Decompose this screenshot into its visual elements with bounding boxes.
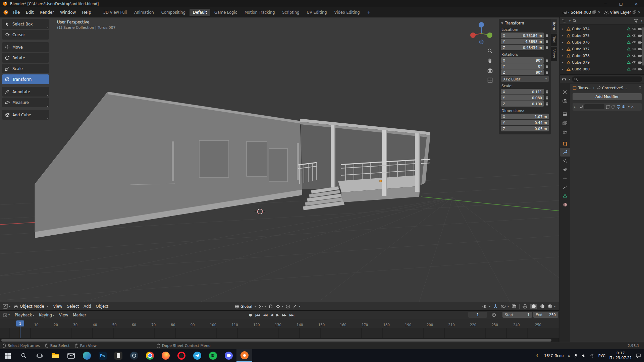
scale-x-field[interactable]: X0.111 [501,89,544,95]
outliner-scrollbar[interactable] [642,27,644,66]
tab-scene[interactable] [560,127,570,136]
disable-render-camera-icon[interactable] [638,34,642,37]
tab-material[interactable] [560,200,570,209]
timeline-menu-keying[interactable]: Keying▾ [37,313,57,317]
toggle-perspective-icon[interactable] [487,77,493,83]
lock-icon[interactable] [545,34,549,38]
record-button[interactable]: ● [248,313,253,317]
dimensions-z-field[interactable]: Z0.05 m [501,126,549,131]
tab-effects[interactable] [560,183,570,191]
workspace-tab-game-logic[interactable]: Game Logic [211,9,240,16]
lock-icon[interactable] [545,58,549,62]
location-z-field[interactable]: Z0.43434 m [501,45,544,50]
tool-add-cube[interactable]: Add Cube [2,110,49,120]
breadcrumb-object[interactable]: Torus... [578,86,591,90]
disable-render-camera-icon[interactable] [638,54,642,57]
chevron-down-icon[interactable]: ▾ [569,78,570,81]
shading-material-icon[interactable] [540,304,545,309]
browse-scene-icon[interactable]: ▾ [568,11,570,14]
play-button[interactable]: ▶ [275,313,280,317]
outliner-row-cube078[interactable]: ▸ Cube.078 [560,52,644,59]
snap-magnet-icon[interactable] [269,304,273,309]
properties-editor-icon[interactable] [562,77,566,81]
editor-type-chevron-icon[interactable]: ▾ [9,305,10,308]
lock-icon[interactable] [545,64,549,68]
tool-scale[interactable]: Scale [2,64,49,73]
dopesheet-track-area[interactable] [0,328,559,338]
app-telegram[interactable] [189,349,205,362]
viewport-menu-select[interactable]: Select [65,304,81,309]
hide-eye-icon[interactable] [632,47,637,51]
app-epic-games[interactable] [110,349,126,362]
lock-icon[interactable] [545,40,549,44]
taskbar-search-button[interactable] [16,349,32,362]
location-x-field[interactable]: X-0.73184 m [501,33,544,38]
menu-render[interactable]: Render [37,10,57,15]
remove-modifier-icon[interactable]: × [631,105,634,109]
expand-icon[interactable]: ▸ [562,67,565,71]
outliner-search-icon[interactable] [573,19,577,23]
hide-eye-icon[interactable] [632,67,637,71]
chevron-down-icon[interactable]: ▾ [8,313,10,316]
tool-measure[interactable]: Measure [2,98,49,107]
disable-render-camera-icon[interactable] [638,41,642,44]
xray-toggle-icon[interactable] [512,304,516,308]
end-frame-field[interactable]: End250 [533,312,558,318]
current-frame-marker[interactable]: 1 [16,320,24,326]
tab-object[interactable] [560,139,570,148]
lock-icon[interactable] [545,90,549,94]
dimensions-x-field[interactable]: X1.07 m [501,114,549,119]
expand-icon[interactable]: ▸ [562,34,565,37]
app-discord[interactable] [221,349,236,362]
menu-window[interactable]: Window [57,10,79,15]
maximize-button[interactable]: □ [613,0,629,7]
tab-physics[interactable] [560,165,570,174]
workspace-tab-animation[interactable]: Animation [131,9,157,16]
display-editmode-icon[interactable] [606,105,610,109]
hide-eye-icon[interactable] [632,27,637,31]
tool-move[interactable]: Move [2,42,49,52]
tool-annotate[interactable]: Annotate [2,87,49,97]
drag-handle-icon[interactable]: ⋮⋮ [635,105,640,109]
gizmos-toggle-icon[interactable] [493,304,498,309]
workspace-tab-3d-view-full[interactable]: 3D View Full [100,9,130,16]
menu-help[interactable]: Help [79,10,94,15]
add-workspace-tab[interactable]: + [364,9,374,16]
filter-funnel-icon[interactable] [634,19,638,23]
editor-type-icon[interactable] [3,304,8,309]
app-edge[interactable] [79,349,95,362]
tab-tool[interactable] [560,88,570,97]
timeline-ruler[interactable]: 1 10 20 30 40 50 60 70 80 90 100 110 120… [0,319,559,328]
expand-icon[interactable]: ▸ [562,41,565,44]
sidebar-tab-tool[interactable]: Tool [551,34,557,46]
viewport-menu-add[interactable]: Add [81,304,93,309]
jump-to-end-button[interactable]: ▶▶| [288,313,296,317]
close-button[interactable]: × [629,0,644,7]
properties-search-field[interactable] [572,76,642,82]
navigation-gizmo[interactable] [469,21,494,46]
scrollbar-handle[interactable] [1,339,551,342]
add-modifier-button[interactable]: Add Modifier [573,93,642,100]
app-steam[interactable] [126,349,142,362]
mode-selector[interactable]: Object Mode ▾ [14,304,48,309]
disable-render-camera-icon[interactable] [638,61,642,64]
new-scene-icon[interactable] [592,10,596,14]
tool-select-box[interactable]: Select Box [2,19,49,29]
tab-constraints[interactable] [560,174,570,183]
prev-keyframe-button[interactable]: ◀◀ [262,313,268,317]
blender-menu-logo[interactable] [3,10,9,15]
shading-wireframe-icon[interactable] [523,304,527,309]
play-reverse-button[interactable]: ◀ [269,313,274,317]
falloff-dropdown[interactable]: ▾ [293,304,300,309]
hide-eye-icon[interactable] [632,54,637,57]
volume-icon[interactable] [582,354,586,358]
hide-eye-icon[interactable] [632,61,637,64]
network-icon[interactable] [590,354,594,358]
location-y-field[interactable]: Y-4.5898 m [501,39,544,44]
display-cage-icon[interactable] [611,105,615,109]
pan-hand-icon[interactable] [487,58,493,64]
language-indicator[interactable]: РУС [598,354,605,358]
zoom-icon[interactable] [487,48,493,54]
auto-keying-icon[interactable] [492,313,496,317]
modifier-panel-header[interactable]: ▸ ▾ × ⋮⋮ [573,103,642,111]
